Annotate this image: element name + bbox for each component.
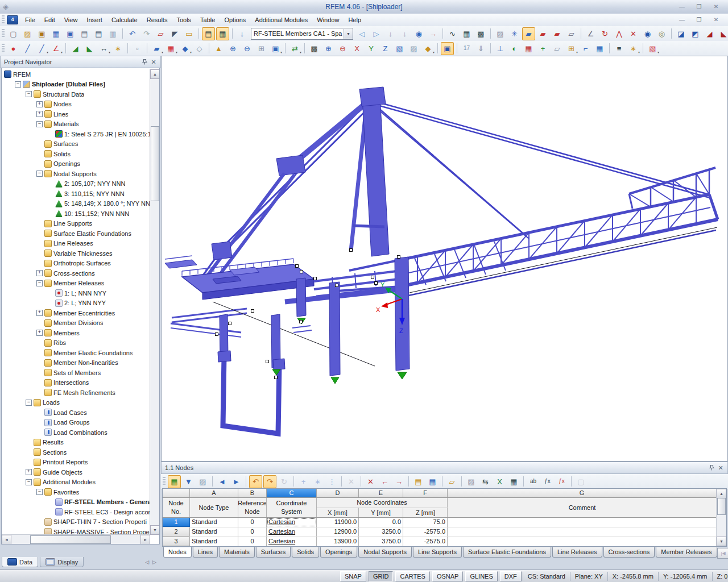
toolbar-grip[interactable]	[163, 477, 166, 486]
insert-solid-icon[interactable]: ◆▾	[179, 42, 192, 55]
module-dropdown[interactable]: RF-STEEL Members CA1 - Spa ▼	[251, 28, 353, 40]
collapse-box[interactable]: −	[15, 81, 21, 88]
collapse-box[interactable]: −	[36, 121, 43, 127]
tree-item-load-groups[interactable]: Load Groups	[2, 418, 150, 428]
collapse-box[interactable]: −	[26, 479, 32, 485]
scroll-up-icon[interactable]: ▲	[717, 489, 726, 498]
edit-mode-icon[interactable]: ▱	[154, 27, 167, 40]
isometric-view-icon[interactable]: ▧	[393, 42, 406, 55]
table-filter-icon[interactable]: ▨	[196, 475, 209, 488]
coordinate-system-cell[interactable]: Cartesian	[267, 518, 317, 527]
animation-icon[interactable]: ∿	[446, 27, 459, 40]
collapse-box[interactable]: −	[36, 280, 43, 286]
pin-icon[interactable]	[140, 58, 149, 66]
insert-line-support-icon[interactable]: ⊕	[226, 42, 239, 55]
exchange-icon[interactable]: ⇆	[479, 475, 492, 488]
toolbar-grip[interactable]	[2, 44, 5, 53]
plane-xz-icon[interactable]: ▰	[551, 27, 564, 40]
table-vertical-scrollbar[interactable]: ▲ ▼	[716, 489, 726, 546]
save-icon[interactable]: ▣	[64, 27, 77, 40]
collapse-box[interactable]: −	[26, 91, 32, 97]
status-toggle-dxf[interactable]: DXF	[500, 571, 522, 581]
column-letter-selected[interactable]: C	[267, 489, 317, 497]
tree-item-cross-sections[interactable]: +Cross-sections	[2, 268, 150, 278]
calculator-icon[interactable]: ▦	[507, 475, 520, 488]
tree-item-favorites[interactable]: −Favorites	[2, 487, 150, 497]
move-copy-icon[interactable]: +	[536, 42, 549, 55]
plane-xy-icon[interactable]: ▰	[522, 27, 535, 40]
select-cells-icon[interactable]: ▤	[412, 475, 425, 488]
tree-item-ribs[interactable]: Ribs	[2, 338, 150, 348]
z-coordinate-cell[interactable]: 75.0	[403, 518, 448, 527]
corner-cell[interactable]	[163, 489, 190, 497]
table-tab-materials[interactable]: Materials	[219, 547, 255, 558]
tree-item-printout-reports[interactable]: Printout Reports	[2, 458, 150, 468]
multiple-windows-icon[interactable]: ⊞▾	[565, 42, 578, 55]
tree-item-shape-thin-7-section-properti[interactable]: SHAPE-THIN 7 - Section Properti	[2, 517, 150, 527]
scroll-down-icon[interactable]: ▼	[717, 537, 726, 546]
close-button[interactable]: ✕	[709, 3, 723, 11]
zoom-out-icon[interactable]: ⊖	[336, 42, 349, 55]
expand-box[interactable]: +	[36, 270, 43, 276]
expand-box[interactable]: +	[36, 310, 43, 316]
tree-item-line-supports[interactable]: Line Supports	[2, 219, 150, 229]
coordinate-system-cell[interactable]: Cartesian	[267, 527, 317, 537]
tree-item-5-148-149-x-180-0-nyy-nnn[interactable]: 5: 148,149; X 180.0 °; NYY NNN	[2, 199, 150, 209]
find-replace-icon[interactable]: ab	[527, 475, 540, 488]
snap-raster-icon[interactable]: ▨	[494, 27, 507, 40]
delete-row-icon[interactable]: →	[392, 475, 406, 488]
tree-item-shape-massive-section-prope[interactable]: SHAPE-MASSIVE - Section Prope	[2, 527, 150, 535]
status-toggle-glines[interactable]: GLINES	[465, 571, 497, 581]
chevron-down-icon[interactable]: ▼	[344, 29, 353, 39]
rotate-model-icon[interactable]: ↻	[598, 27, 611, 40]
section-cut-icon[interactable]: ⌐	[579, 42, 592, 55]
scroll-right-icon[interactable]: ►	[140, 535, 150, 544]
open-project-icon[interactable]: ▣	[35, 27, 48, 40]
tabs-scroll-left-icon[interactable]: ◁	[145, 559, 149, 565]
tree-item-openings[interactable]: Openings	[2, 159, 150, 169]
insert-surface-icon[interactable]: ▰▾	[150, 42, 163, 55]
tree-item-nodal-supports[interactable]: −Nodal Supports	[2, 169, 150, 179]
perspective-view-icon[interactable]: ▨	[407, 42, 420, 55]
tree-item-nodes[interactable]: +Nodes	[2, 99, 150, 110]
plane-yz-icon[interactable]: ▰	[536, 27, 549, 40]
color-spectrum-icon[interactable]: ▧▾	[646, 42, 659, 55]
collapse-box[interactable]: −	[36, 489, 43, 495]
tree-item-2-105-107-nyy-nnn[interactable]: 2: 105,107; NYY NNN	[2, 179, 150, 189]
tree-item-materials[interactable]: −Materials	[2, 119, 150, 130]
menu-insert[interactable]: Insert	[82, 15, 107, 25]
tabs-scroll-right-icon[interactable]: ▷	[152, 559, 156, 565]
column-letter[interactable]: B	[238, 489, 267, 497]
close-icon[interactable]: ✕	[149, 58, 158, 66]
column-letter[interactable]: E	[359, 489, 403, 497]
insert-line-icon[interactable]: ╱	[21, 42, 34, 55]
table-layout-icon[interactable]: ▦	[593, 42, 606, 55]
import-table-icon[interactable]: ▨	[465, 475, 478, 488]
view-in-x-icon[interactable]: X	[350, 42, 363, 55]
delete-object-icon[interactable]: ✕	[627, 27, 640, 40]
x-coordinate-cell[interactable]: 11900.0	[317, 518, 359, 527]
insert-member-set-icon[interactable]: ◣	[83, 42, 96, 55]
show-numbering-icon[interactable]: 17	[460, 42, 473, 55]
tree-item-variable-thicknesses[interactable]: Variable Thicknesses	[2, 248, 150, 259]
select-box-icon[interactable]: ▫	[131, 42, 144, 55]
tree-item-lines[interactable]: +Lines	[2, 109, 150, 119]
display-results-icon[interactable]: ◉	[412, 27, 425, 40]
result-diagram-icon[interactable]: →	[427, 27, 440, 40]
tree-item-surface-elastic-foundations[interactable]: Surface Elastic Foundations	[2, 228, 150, 239]
expand-box[interactable]: +	[26, 469, 32, 475]
menu-edit[interactable]: Edit	[40, 15, 60, 25]
table-tab-lines[interactable]: Lines	[193, 547, 218, 558]
jump-first-column-icon[interactable]: ◄	[216, 475, 229, 488]
display-supports-icon[interactable]: ⊥	[494, 42, 507, 55]
panel-colors-icon[interactable]: ▦	[522, 42, 535, 55]
table-tab-openings[interactable]: Openings	[320, 547, 357, 558]
insert-comment-icon[interactable]: ∗	[111, 42, 125, 55]
tree-item-rfem[interactable]: RFEM	[2, 69, 150, 80]
generator-wand-icon[interactable]: ∗▾	[627, 42, 640, 55]
menu-file[interactable]: File	[20, 15, 40, 25]
mdi-minimize-button[interactable]: —	[675, 16, 689, 24]
restore-button[interactable]: ❐	[692, 3, 706, 11]
tree-item-structural-data[interactable]: −Structural Data	[2, 89, 150, 99]
scroll-up-icon[interactable]: ▲	[150, 69, 160, 79]
